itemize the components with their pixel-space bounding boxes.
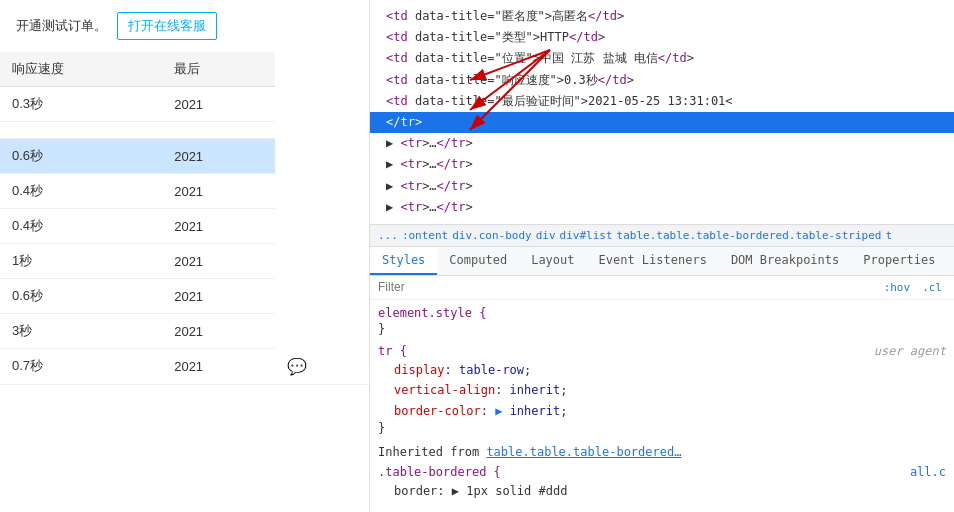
topbar-text: 开通测试订单。 <box>16 17 107 35</box>
html-line[interactable]: <td data-title="响应速度">0.3秒</td> <box>370 70 954 91</box>
table-row-last: 2021 <box>162 314 275 349</box>
table-row-speed: 0.4秒 <box>0 209 162 244</box>
filter-bar: :hov .cl <box>370 276 954 300</box>
col-last: 最后 <box>162 52 275 87</box>
css-prop-vertical-align: vertical-align: inherit; <box>378 380 946 400</box>
table-bordered-rule: .table-bordered { all.c border: ▶ 1px so… <box>370 463 954 507</box>
devtools-tabs: Styles Computed Layout Event Listeners D… <box>370 247 954 276</box>
table-row-last: 2021 <box>162 244 275 279</box>
html-line[interactable]: <td data-title="位置">中国 江苏 盐城 电信</td> <box>370 48 954 69</box>
table-row-speed: 0.6秒 <box>0 139 162 174</box>
inherited-selector-link[interactable]: table.table.table-bordered… <box>486 445 681 459</box>
table-row-speed: 0.3秒 <box>0 87 162 122</box>
col-speed: 响应速度 <box>0 52 162 87</box>
css-prop-display: display: table-row; <box>378 360 946 380</box>
filter-input[interactable] <box>378 280 872 294</box>
table-row-speed: 1秒 <box>0 244 162 279</box>
tr-selector: tr { user agent <box>378 344 946 358</box>
left-panel: 开通测试订单。 打开在线客服 响应速度 最后 0.3秒20210.6秒20210… <box>0 0 370 512</box>
breadcrumb-item[interactable]: div <box>536 229 556 242</box>
table-row-last: 2021 <box>162 279 275 314</box>
html-source-area: <td data-title="匿名度">高匿名</td><td data-ti… <box>370 0 954 225</box>
tab-properties[interactable]: Properties <box>851 247 947 275</box>
breadcrumb-item[interactable]: div.con-body <box>452 229 531 242</box>
pseudo-filter-button[interactable]: :hov <box>880 280 915 295</box>
css-prop-border: border: ▶ 1px solid #ddd <box>378 481 946 501</box>
html-line[interactable]: </tr> <box>370 112 954 133</box>
css-rules-panel: element.style { } tr { user agent displa… <box>370 300 954 512</box>
tab-event-listeners[interactable]: Event Listeners <box>587 247 719 275</box>
html-line[interactable]: ▶ <tr>…</tr> <box>370 176 954 197</box>
table-row-last: 2021 <box>162 349 275 385</box>
class-filter-button[interactable]: .cl <box>918 280 946 295</box>
tab-styles[interactable]: Styles <box>370 247 437 275</box>
element-style-rule: element.style { } <box>370 304 954 342</box>
top-bar: 开通测试订单。 打开在线客服 <box>0 0 369 52</box>
table-row-speed: 0.7秒 <box>0 349 162 385</box>
tab-computed[interactable]: Computed <box>437 247 519 275</box>
table-row-speed: 3秒 <box>0 314 162 349</box>
breadcrumb: ... :ontent div.con-body div div#list ta… <box>370 225 954 247</box>
css-prop-border-color: border-color: ▶ inherit; <box>378 401 946 421</box>
tr-close: } <box>378 421 946 435</box>
tab-dom-breakpoints[interactable]: DOM Breakpoints <box>719 247 851 275</box>
html-line[interactable]: ▶ <tr>…</tr> <box>370 197 954 218</box>
open-customer-service-button[interactable]: 打开在线客服 <box>117 12 217 40</box>
element-style-selector: element.style { <box>378 306 946 320</box>
proxy-table: 响应速度 最后 0.3秒20210.6秒20210.4秒20210.4秒2021… <box>0 52 369 385</box>
breadcrumb-item[interactable]: t <box>885 229 892 242</box>
tab-layout[interactable]: Layout <box>519 247 586 275</box>
table-row-last: 2021 <box>162 139 275 174</box>
breadcrumb-item[interactable]: div#list <box>560 229 613 242</box>
breadcrumb-item[interactable]: ... <box>378 229 398 242</box>
breadcrumb-item[interactable]: table.table.table-bordered.table-striped <box>617 229 882 242</box>
devtools-panel: <td data-title="匿名度">高匿名</td><td data-ti… <box>370 0 954 512</box>
html-line[interactable]: <td data-title="类型">HTTP</td> <box>370 27 954 48</box>
table-row-speed <box>0 122 162 139</box>
chat-icon-cell: 💬 <box>275 349 369 385</box>
tr-source: user agent <box>874 344 946 358</box>
all-c-link[interactable]: all.c <box>910 465 946 479</box>
element-style-close: } <box>378 322 946 336</box>
table-row-speed: 0.6秒 <box>0 279 162 314</box>
breadcrumb-item[interactable]: :ontent <box>402 229 448 242</box>
html-line[interactable]: ▶ <tr>…</tr> <box>370 154 954 175</box>
html-line[interactable]: <td data-title="匿名度">高匿名</td> <box>370 6 954 27</box>
table-bordered-selector: .table-bordered { all.c <box>378 465 946 479</box>
tr-rule: tr { user agent display: table-row; vert… <box>370 342 954 441</box>
filter-buttons: :hov .cl <box>880 280 946 295</box>
table-row-last: 2021 <box>162 87 275 122</box>
table-row-last: 2021 <box>162 174 275 209</box>
html-line[interactable]: ▶ <tr>…</tr> <box>370 133 954 154</box>
inherited-from-label: Inherited from table.table.table-bordere… <box>370 441 954 463</box>
table-row-speed: 0.4秒 <box>0 174 162 209</box>
html-line[interactable]: <td data-title="最后验证时间">2021-05-25 13:31… <box>370 91 954 112</box>
data-table-wrapper: 响应速度 最后 0.3秒20210.6秒20210.4秒20210.4秒2021… <box>0 52 369 512</box>
table-row-last <box>162 122 275 139</box>
table-row-last: 2021 <box>162 209 275 244</box>
